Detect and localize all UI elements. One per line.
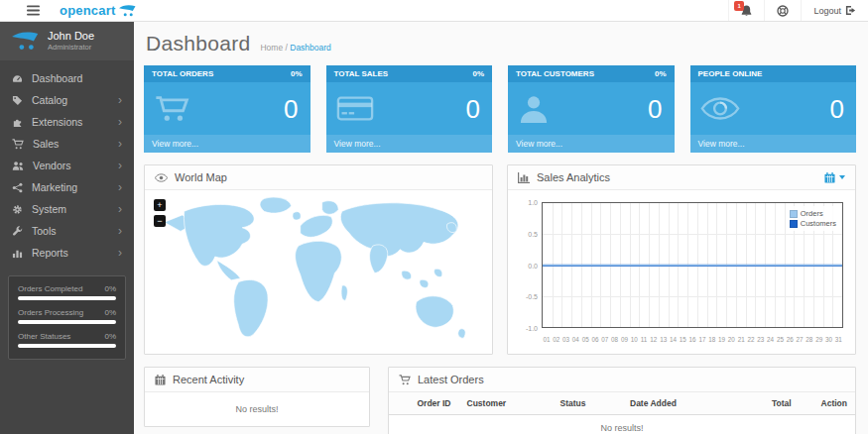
tile-title: TOTAL CUSTOMERS	[516, 69, 594, 78]
chevron-right-icon: ›	[118, 138, 122, 150]
stat-tiles: TOTAL ORDERS0% 0 View more... TOTAL SALE…	[144, 65, 856, 153]
tile-people-online: PEOPLE ONLINE 0 View more...	[690, 65, 857, 153]
logo-text: opencart	[60, 3, 116, 18]
sidebar-item-sales[interactable]: Sales ›	[0, 133, 134, 155]
sales-chart-xlabels: 0102030405060708091011121314151617181920…	[542, 336, 843, 343]
cart-icon	[399, 375, 411, 385]
column-header-customer: Customer	[459, 392, 553, 415]
tile-percent: 0%	[655, 69, 667, 78]
chevron-right-icon: ›	[118, 225, 122, 237]
stat-value: 0%	[104, 332, 116, 341]
sidebar-item-label: Sales	[33, 138, 59, 150]
cart-icon	[12, 139, 24, 150]
sidebar-item-vendors[interactable]: Vendors ›	[0, 155, 134, 176]
world-map-panel: World Map + −	[144, 164, 493, 355]
tile-value: 0	[648, 96, 662, 122]
opencart-cart-icon	[119, 5, 136, 17]
user-profile[interactable]: John Doe Administrator	[0, 22, 134, 60]
date-range-button[interactable]	[824, 172, 845, 183]
sidebar-item-catalog[interactable]: Catalog ›	[0, 89, 134, 111]
sidebar-menu: Dashboard Catalog › Extensions › Sales ›…	[0, 60, 134, 264]
tile-percent: 0%	[291, 69, 303, 78]
view-more-link[interactable]: View more...	[690, 135, 857, 153]
user-role: Administrator	[48, 43, 94, 52]
view-more-link[interactable]: View more...	[326, 135, 493, 153]
stat-value: 0%	[104, 308, 116, 317]
column-header-total: Total	[724, 392, 799, 415]
sign-out-icon	[845, 5, 856, 16]
sidebar-item-label: Extensions	[32, 116, 82, 128]
column-header-date-added: Date Added	[622, 392, 724, 415]
tile-title: TOTAL ORDERS	[152, 69, 213, 78]
column-header-status: Status	[553, 392, 623, 415]
sidebar-item-label: Catalog	[32, 94, 67, 106]
tile-total-customers: TOTAL CUSTOMERS0% 0 View more...	[508, 65, 675, 153]
sidebar-item-label: Vendors	[33, 160, 71, 171]
tile-total-orders: TOTAL ORDERS0% 0 View more...	[144, 65, 310, 153]
share-icon	[12, 182, 23, 193]
latest-orders-panel: Latest Orders Order ID Customer Status D…	[388, 367, 856, 434]
main-content: Dashboard Home / Dashboard TOTAL ORDERS0…	[134, 22, 868, 434]
tile-value: 0	[466, 96, 480, 122]
panel-title: Sales Analytics	[537, 171, 610, 183]
chevron-right-icon: ›	[118, 94, 122, 106]
hamburger-icon	[27, 5, 40, 16]
logout-button[interactable]: Logout	[801, 0, 868, 21]
sidebar-item-tools[interactable]: Tools ›	[0, 220, 134, 242]
sidebar: John Doe Administrator Dashboard Catalog…	[0, 22, 134, 434]
view-more-link[interactable]: View more...	[144, 135, 310, 153]
sidebar-item-dashboard[interactable]: Dashboard	[0, 67, 134, 89]
tile-title: TOTAL SALES	[334, 69, 389, 78]
notification-badge: 1	[734, 1, 743, 11]
notifications-button[interactable]: 1	[728, 0, 764, 21]
cart-icon	[154, 95, 191, 123]
credit-card-icon	[336, 95, 374, 122]
panel-title: Recent Activity	[173, 374, 244, 385]
stat-label: Orders Processing	[18, 308, 83, 317]
bar-chart-icon	[12, 248, 23, 259]
stat-value: 0%	[104, 284, 116, 293]
progress-bar	[18, 344, 116, 348]
stat-orders-completed: Orders Completed0%	[18, 284, 116, 300]
dashboard-icon	[12, 73, 23, 84]
breadcrumb: Home / Dashboard	[260, 43, 330, 53]
sidebar-item-label: Marketing	[32, 181, 77, 193]
caret-down-icon	[839, 175, 845, 179]
storefront-button[interactable]	[764, 0, 801, 21]
logout-label: Logout	[813, 6, 841, 16]
breadcrumb-current[interactable]: Dashboard	[290, 43, 331, 53]
middle-panels: World Map + −	[144, 164, 856, 355]
breadcrumb-home[interactable]: Home	[260, 43, 283, 53]
eye-icon	[700, 96, 740, 121]
sidebar-item-label: Dashboard	[32, 72, 82, 84]
stat-label: Orders Completed	[18, 284, 82, 293]
panel-title: World Map	[175, 171, 227, 183]
view-more-link[interactable]: View more...	[508, 135, 675, 153]
sidebar-item-reports[interactable]: Reports ›	[0, 242, 134, 264]
stat-label: Other Statuses	[18, 332, 70, 341]
avatar-cart-icon	[12, 32, 39, 51]
latest-orders-empty: No results!	[389, 415, 855, 434]
recent-activity-panel: Recent Activity No results!	[144, 367, 370, 427]
sidebar-item-extensions[interactable]: Extensions ›	[0, 111, 134, 133]
page-title: Dashboard	[146, 32, 250, 55]
map-zoom-out-button[interactable]: −	[154, 215, 166, 227]
progress-bar	[18, 296, 116, 300]
opencart-logo[interactable]: opencart	[60, 3, 136, 18]
sidebar-item-label: Reports	[32, 247, 68, 259]
top-bar: opencart 1 Logout	[0, 0, 868, 22]
tile-value: 0	[284, 96, 298, 122]
map-zoom-in-button[interactable]: +	[154, 199, 166, 211]
sidebar-item-marketing[interactable]: Marketing ›	[0, 176, 134, 198]
map-zoom-controls: + −	[154, 199, 166, 231]
breadcrumb-separator: /	[286, 43, 288, 53]
sales-chart-plot: OrdersCustomers	[542, 202, 843, 328]
tile-value: 0	[830, 96, 844, 122]
chevron-right-icon: ›	[118, 247, 122, 259]
calendar-icon	[155, 375, 166, 385]
tag-icon	[12, 95, 23, 106]
menu-toggle-button[interactable]	[27, 5, 40, 16]
sidebar-item-system[interactable]: System ›	[0, 198, 134, 220]
page-header: Dashboard Home / Dashboard	[146, 32, 856, 55]
chevron-right-icon: ›	[118, 160, 122, 171]
